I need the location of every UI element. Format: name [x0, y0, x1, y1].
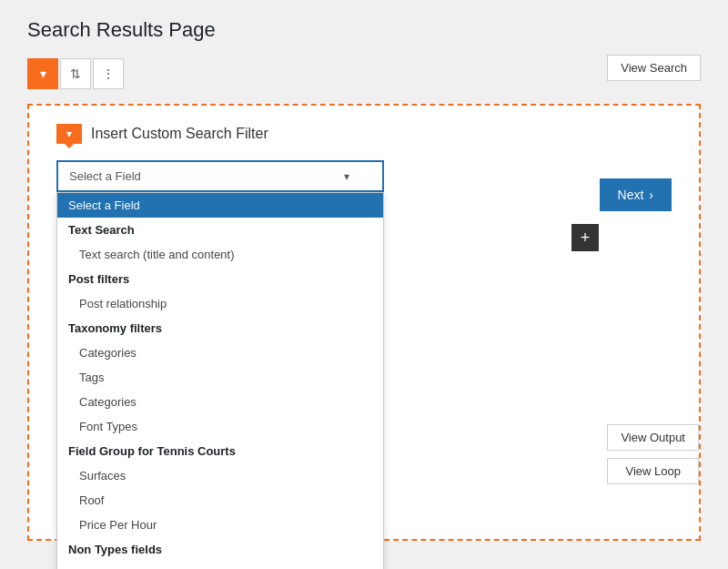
- chevron-down-icon: ▾: [344, 170, 349, 183]
- insert-title: Insert Custom Search Filter: [91, 126, 268, 142]
- dropdown-item: Field Group for Tennis Courts: [57, 439, 383, 463]
- plus-icon: +: [581, 229, 591, 248]
- view-output-button[interactable]: View Output: [607, 424, 699, 451]
- insert-header: ▾ Insert Custom Search Filter: [56, 124, 672, 144]
- next-label: Next: [618, 188, 644, 202]
- plus-button[interactable]: +: [571, 224, 599, 251]
- dropdown-item[interactable]: Surfaces: [57, 463, 383, 488]
- next-arrow-icon: ›: [649, 188, 653, 202]
- dropdown-item[interactable]: Font Types: [57, 414, 383, 439]
- dropdown-item[interactable]: Categories: [57, 390, 383, 414]
- dropdown-item[interactable]: Post relationship: [57, 291, 383, 316]
- toolbar-dropdown-btn[interactable]: ▾: [27, 58, 58, 89]
- dropdown-item[interactable]: Roof: [57, 488, 383, 513]
- dropdown-item: Taxonomy filters: [57, 316, 383, 340]
- dropdown-item[interactable]: Tags: [57, 365, 383, 390]
- side-buttons: View Output View Loop: [607, 424, 699, 484]
- page-wrapper: Search Results Page ▾ ⇅ ⋮ View Search ▾ …: [0, 0, 728, 569]
- top-toolbar: ▾ ⇅ ⋮: [27, 58, 701, 89]
- field-select-label: Select a Field: [69, 169, 141, 183]
- toolbar-arrows-btn[interactable]: ⇅: [60, 58, 91, 89]
- insert-icon: ▾: [56, 124, 82, 144]
- dropdown-item: Non Types fields: [57, 537, 383, 562]
- dropdown-item[interactable]: Categories: [57, 340, 383, 365]
- dropdown-item[interactable]: Price Per Hour: [57, 513, 383, 537]
- dropdown-item: Text Search: [57, 218, 383, 242]
- dropdown-icon: ▾: [40, 66, 46, 81]
- main-content: ▾ Insert Custom Search Filter Select a F…: [27, 104, 701, 541]
- view-search-button[interactable]: View Search: [607, 55, 701, 81]
- insert-icon-symbol: ▾: [66, 127, 72, 140]
- dropdown-list: Select a FieldText SearchText search (ti…: [56, 192, 384, 569]
- dropdown-item[interactable]: site-content-layout: [57, 562, 383, 569]
- dropdown-item: Post filters: [57, 267, 383, 291]
- page-title: Search Results Page: [27, 18, 701, 42]
- field-select[interactable]: Select a Field ▾: [56, 160, 384, 192]
- dots-icon: ⋮: [102, 66, 115, 81]
- arrows-icon: ⇅: [70, 66, 81, 81]
- next-button[interactable]: Next ›: [600, 178, 672, 211]
- toolbar-dots-btn[interactable]: ⋮: [93, 58, 124, 89]
- dropdown-item[interactable]: Text search (title and content): [57, 242, 383, 267]
- view-loop-button[interactable]: View Loop: [607, 458, 699, 484]
- field-select-wrapper: Select a Field ▾ Select a FieldText Sear…: [56, 160, 384, 192]
- dropdown-item[interactable]: Select a Field: [57, 193, 383, 218]
